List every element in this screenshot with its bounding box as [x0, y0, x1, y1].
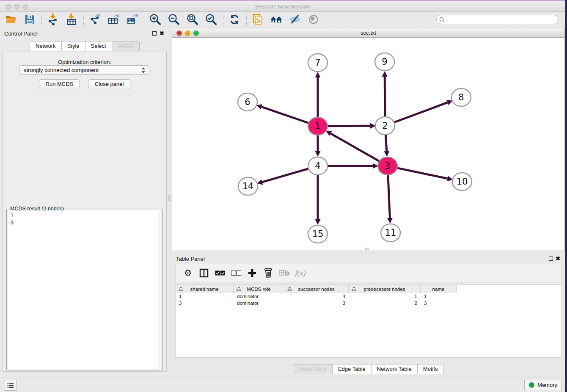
zoom-out-icon[interactable]: [167, 13, 181, 26]
hierarchy-icon: [237, 287, 241, 292]
table-row[interactable]: 1 dominator 4 1 1: [176, 293, 561, 300]
tab-network-table[interactable]: Network Table: [372, 364, 418, 374]
tab-mcds[interactable]: MCDS: [112, 41, 140, 51]
column-header-mcds-role[interactable]: MCDS role: [234, 285, 284, 293]
criterion-dropdown[interactable]: strongly connected component: [19, 65, 149, 75]
splitter-handle[interactable]: [168, 195, 171, 201]
graph-node-label: 8: [458, 92, 464, 102]
tab-motifs[interactable]: Motifs: [418, 364, 444, 374]
app-titlebar: Session: New Session: [0, 1, 565, 12]
graph-edge-3-10[interactable]: [396, 168, 448, 179]
close-panel-button[interactable]: Close panel: [88, 79, 131, 89]
graph-arrowhead: [387, 218, 393, 224]
column-header-predecessor-nodes[interactable]: predecessor nodes: [349, 285, 421, 293]
cell-name[interactable]: 3: [421, 300, 457, 306]
node-table[interactable]: shared name MCDS role successor nodes pr…: [175, 284, 561, 358]
graph-arrowhead: [384, 151, 389, 157]
memory-label: Memory: [537, 382, 557, 388]
cell-shared-name[interactable]: 3: [176, 300, 234, 306]
graph-edge-1-6[interactable]: [261, 107, 310, 123]
network-graph: 1234678910111415: [172, 38, 564, 251]
homes-icon[interactable]: [270, 13, 283, 26]
canvas-splitter-handle[interactable]: [365, 248, 369, 250]
graph-edge-3-11[interactable]: [388, 174, 390, 218]
cell-predecessor-nodes[interactable]: 2: [349, 300, 421, 306]
float-table-panel-icon[interactable]: [549, 257, 553, 261]
cell-successor-nodes[interactable]: 3: [284, 300, 349, 306]
tab-node-table[interactable]: Node Table: [293, 364, 333, 374]
result-line: 1: [11, 212, 162, 219]
search-input[interactable]: [447, 16, 556, 23]
tab-network[interactable]: Network: [30, 41, 62, 51]
mcds-result-group: MCDS result (2 nodes) 1 3: [6, 209, 163, 370]
hide-eye-icon[interactable]: [288, 13, 302, 26]
graph-edge-2-8[interactable]: [393, 102, 447, 123]
graph-edge-2-3[interactable]: [385, 134, 387, 151]
column-header-shared-name[interactable]: shared name: [176, 285, 234, 293]
hierarchy-icon: [352, 287, 356, 292]
graph-arrowhead: [315, 72, 321, 77]
tab-edge-table[interactable]: Edge Table: [333, 364, 372, 374]
memory-button[interactable]: Memory: [524, 380, 562, 390]
graph-edge-2-9[interactable]: [385, 77, 385, 117]
import-network-icon[interactable]: [46, 13, 60, 26]
toolbar-separator: [83, 14, 84, 25]
tab-style[interactable]: Style: [62, 41, 85, 51]
memory-status-icon: [529, 382, 534, 388]
export-table-icon[interactable]: [107, 13, 120, 26]
graph-node-label: 7: [315, 58, 320, 68]
copy-network-icon[interactable]: [251, 13, 264, 26]
graph-node-label: 15: [312, 229, 324, 239]
cell-predecessor-nodes[interactable]: 1: [349, 293, 421, 300]
add-column-icon[interactable]: [246, 267, 259, 279]
export-network-icon[interactable]: [88, 13, 102, 26]
export-image-icon[interactable]: [125, 13, 139, 26]
graph-edge-1-2[interactable]: [326, 126, 370, 126]
deselect-all-icon[interactable]: [230, 267, 242, 279]
float-panel-icon[interactable]: [152, 31, 157, 36]
table-tabs: Node Table Edge Table Network Table Moti…: [172, 364, 565, 374]
gear-icon[interactable]: ⚙: [182, 267, 194, 279]
column-header-successor-nodes[interactable]: successor nodes: [284, 285, 349, 293]
close-table-panel-icon[interactable]: ✖: [556, 255, 560, 262]
import-table-icon[interactable]: [65, 13, 78, 26]
task-history-button[interactable]: [5, 380, 17, 391]
graph-node-label: 6: [245, 97, 250, 107]
table-panel-title: Table Panel: [176, 256, 205, 262]
zoom-in-icon[interactable]: [149, 13, 162, 26]
open-folder-icon[interactable]: [4, 13, 18, 26]
tab-select[interactable]: Select: [85, 41, 112, 51]
mcds-result-textarea[interactable]: 1 3: [8, 210, 162, 369]
columns-icon[interactable]: [198, 267, 210, 279]
network-window-titlebar[interactable]: ✕ − + scc.txt: [172, 28, 564, 38]
zoom-fit-icon[interactable]: [186, 13, 199, 26]
search-field[interactable]: [436, 15, 559, 24]
control-panel: Control Panel ✖ Network Style Select MCD…: [0, 28, 169, 376]
graph-edge-4-14[interactable]: [262, 168, 310, 182]
function-builder-icon[interactable]: f(x): [294, 267, 307, 279]
toolbar-separator: [144, 14, 144, 25]
cell-shared-name[interactable]: 1: [176, 293, 234, 300]
close-panel-icon[interactable]: ✖: [160, 30, 164, 36]
cell-mcds-role[interactable]: dominator: [234, 300, 284, 306]
graph-edge-3-1[interactable]: [330, 133, 380, 162]
refresh-icon[interactable]: [228, 13, 241, 26]
save-icon[interactable]: [23, 13, 36, 26]
cell-name[interactable]: 1: [421, 293, 457, 300]
result-scrollbar[interactable]: [158, 210, 162, 369]
table-row[interactable]: 3 dominator 3 2 3: [176, 300, 561, 306]
network-window-title: scc.txt: [172, 30, 564, 36]
table-header-row: shared name MCDS role successor nodes pr…: [176, 285, 561, 293]
status-bar: Memory: [0, 378, 565, 392]
cell-mcds-role[interactable]: dominator: [234, 293, 284, 300]
cell-successor-nodes[interactable]: 4: [284, 293, 349, 300]
column-header-name[interactable]: name: [421, 285, 457, 293]
delete-table-icon[interactable]: [278, 267, 291, 279]
network-canvas[interactable]: 1234678910111415: [172, 38, 564, 251]
show-eye-icon[interactable]: [307, 13, 320, 26]
table-panel: Table Panel ✖ ⚙ f(x) shared name: [172, 253, 565, 376]
zoom-selected-icon[interactable]: [204, 13, 218, 26]
delete-column-icon[interactable]: [262, 267, 275, 279]
run-mcds-button[interactable]: Run MCDS: [39, 79, 80, 89]
select-all-icon[interactable]: [214, 267, 226, 279]
